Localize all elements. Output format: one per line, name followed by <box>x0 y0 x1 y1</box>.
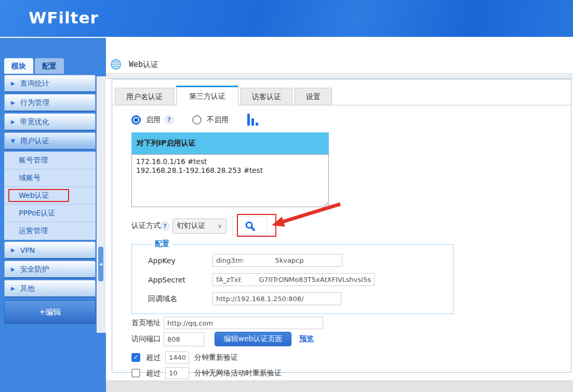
chevron-right-icon: ▶ <box>11 286 15 291</box>
sidebar-item-label: 运营管理 <box>19 226 48 236</box>
auth-method-selected-value: 钉钉认证 <box>177 221 205 231</box>
callback-input[interactable]: http://192.168.1.250:808/ <box>212 292 341 305</box>
reauth-timeout-checkbox-checked[interactable]: ✓ <box>131 353 140 362</box>
collapse-left-icon: ◀ <box>99 262 102 266</box>
appsecret-value-prefix: fA_zTxE <box>216 276 243 283</box>
sidebar-item-label: 其他 <box>20 284 35 293</box>
appkey-input[interactable]: ding3rm5kvapcp <box>212 254 342 267</box>
idle-reauth-checkbox-unchecked[interactable] <box>131 369 140 377</box>
chevron-down-icon: ▼ <box>11 138 15 144</box>
config-fieldset: 配置 AppKey ding3rm5kvapcp AppSecret fA_zT… <box>131 239 454 314</box>
web-auth-panel: 用户名认证 第三方认证 访客认证 设置 启用 ? 不启用 对下列IP启用认证 1… <box>112 79 571 373</box>
sidebar-tab-config[interactable]: 配置 <box>35 58 64 74</box>
callback-row: 回调域名 http://192.168.1.250:808/ <box>148 292 453 305</box>
auth-method-label: 认证方式 <box>131 221 161 231</box>
appkey-row: AppKey ding3rm5kvapcp <box>148 254 453 267</box>
sidebar-item-label: VPN <box>20 246 35 254</box>
port-label: 访问端口 <box>131 334 164 344</box>
help-icon[interactable]: ? <box>165 115 174 124</box>
callback-value: http://192.168.1.250:808/ <box>216 295 304 303</box>
idle-reauth-suffix-label: 分钟无网络活动时重新验证 <box>194 369 282 378</box>
idle-reauth-row: 超过 分钟无网络活动时重新验证 <box>131 367 571 379</box>
sidebar-tab-modules[interactable]: 模块 <box>4 58 33 74</box>
sidebar-item-label: 查询统计 <box>20 79 49 88</box>
sidebar-item-vpn[interactable]: ▶ VPN <box>4 241 96 259</box>
appkey-value-suffix: 5kvapcp <box>275 256 303 264</box>
auth-method-select[interactable]: 钉钉认证 ∨ <box>172 219 226 234</box>
sidebar-menu: ▶ 查询统计 ▶ 行为管理 ▶ 带宽优化 ▼ 用户认证 账号管理 域账号 <box>4 75 96 324</box>
sidebar-item-label: 安全防护 <box>20 265 49 274</box>
chevron-down-icon: ∨ <box>218 223 222 229</box>
main-content: Web认证 用户名认证 第三方认证 访客认证 设置 启用 ? 不启用 对 <box>106 37 573 392</box>
chevron-right-icon: ▶ <box>11 119 15 125</box>
callback-label: 回调域名 <box>148 294 212 304</box>
tab-third-party-auth[interactable]: 第三方认证 <box>176 86 238 105</box>
config-legend: 配置 <box>152 239 172 249</box>
redaction-blur <box>245 257 274 264</box>
wfilter-logo: WFilter <box>29 8 99 27</box>
globe-icon <box>110 59 122 70</box>
sidebar-scroll-gutter: ◀ <box>97 76 106 333</box>
sidebar-item-others[interactable]: ▶ 其他 <box>4 280 96 298</box>
ip-section-header: 对下列IP启用认证 <box>131 132 329 154</box>
sidebar-submenu-user-auth: 账号管理 域账号 Web认证 PPPoE认证 运营管理 <box>4 152 96 240</box>
ip-list-textarea[interactable]: 172.16.0.1/16 #test 192.168.28.1-192.168… <box>131 154 329 207</box>
homepage-label: 首页地址 <box>131 318 164 328</box>
redaction-blur <box>244 276 258 283</box>
reauth-timeout-row: ✓ 超过 分钟重新验证 <box>131 352 571 363</box>
auth-method-row: 认证方式 ? 钉钉认证 ∨ <box>131 217 571 235</box>
sidebar-item-user-auth[interactable]: ▼ 用户认证 <box>4 132 96 150</box>
edit-web-auth-page-button[interactable]: 编辑web认证页面 <box>215 332 291 346</box>
chevron-right-icon: ▶ <box>11 80 15 86</box>
preview-link[interactable]: 预览 <box>299 334 314 344</box>
sidebar: 模块 配置 ▶ 查询统计 ▶ 行为管理 ▶ 带宽优化 ▼ 用户认证 账号管理 <box>0 37 106 392</box>
sidebar-item-label: 账号管理 <box>19 156 48 165</box>
tab-guest-auth[interactable]: 访客认证 <box>241 88 292 105</box>
chevron-right-icon: ▶ <box>11 247 15 253</box>
tab-settings[interactable]: 设置 <box>295 88 332 105</box>
reauth-minutes-input[interactable] <box>165 352 189 363</box>
sidebar-item-query-stats[interactable]: ▶ 查询统计 <box>4 75 96 92</box>
port-input[interactable] <box>164 332 204 346</box>
sidebar-tab-bar: 模块 配置 <box>4 58 65 74</box>
disable-radio[interactable] <box>192 115 202 125</box>
tab-username-auth[interactable]: 用户名认证 <box>115 88 174 105</box>
idle-minutes-input[interactable] <box>165 367 189 379</box>
homepage-input[interactable] <box>164 317 323 329</box>
disable-label: 不启用 <box>207 115 229 125</box>
port-row: 访问端口 编辑web认证页面 预览 <box>131 332 571 346</box>
sidebar-item-web-auth[interactable]: Web认证 <box>4 187 96 205</box>
appsecret-input[interactable]: fA_zTxEG70TrONMo83T5xAtXFIVLshvsi5s <box>212 273 375 286</box>
page-title-row: Web认证 <box>110 59 158 70</box>
sidebar-item-pppoe-auth[interactable]: PPPoE认证 <box>4 205 96 222</box>
wfilter-app-window: WFilter 模块 配置 ▶ 查询统计 ▶ 行为管理 ▶ 带宽优化 ▼ 用户认… <box>0 0 573 392</box>
tab-strip: 用户名认证 第三方认证 访客认证 设置 <box>112 79 571 105</box>
homepage-row: 首页地址 <box>131 317 571 329</box>
sidebar-item-label: 带宽优化 <box>20 117 49 127</box>
appsecret-value-suffix: G70TrONMo83T5xAtXFIVLshvsi5s <box>259 276 371 283</box>
red-highlight-box-web-auth <box>8 189 69 202</box>
sidebar-edit-button[interactable]: +编辑 <box>4 300 96 324</box>
page-title: Web认证 <box>129 60 158 70</box>
exceed-label: 超过 <box>146 353 161 362</box>
bar-chart-icon[interactable] <box>247 114 260 126</box>
sidebar-item-security[interactable]: ▶ 安全防护 <box>4 261 96 278</box>
appsecret-row: AppSecret fA_zTxEG70TrONMo83T5xAtXFIVLsh… <box>148 273 453 286</box>
enable-radio-selected[interactable] <box>131 115 141 125</box>
chevron-right-icon: ▶ <box>11 100 15 105</box>
chevron-right-icon: ▶ <box>11 266 15 272</box>
sidebar-item-account-mgmt[interactable]: 账号管理 <box>4 152 96 169</box>
sidebar-item-bandwidth-opt[interactable]: ▶ 带宽优化 <box>4 113 96 131</box>
help-icon[interactable]: ? <box>161 222 169 231</box>
enable-radio-row: 启用 ? 不启用 <box>131 114 571 126</box>
sidebar-item-behavior-mgmt[interactable]: ▶ 行为管理 <box>4 94 96 112</box>
appkey-label: AppKey <box>148 256 212 265</box>
footer-strip <box>106 381 573 392</box>
sidebar-item-operation-mgmt[interactable]: 运营管理 <box>4 222 96 240</box>
sidebar-item-label: 行为管理 <box>20 98 49 107</box>
sidebar-collapse-handle[interactable]: ◀ <box>98 247 103 281</box>
sidebar-item-domain-account[interactable]: 域账号 <box>4 169 96 187</box>
reauth-suffix-label: 分钟重新验证 <box>194 353 238 362</box>
enable-label: 启用 <box>146 115 161 125</box>
appsecret-label: AppSecret <box>148 276 212 284</box>
